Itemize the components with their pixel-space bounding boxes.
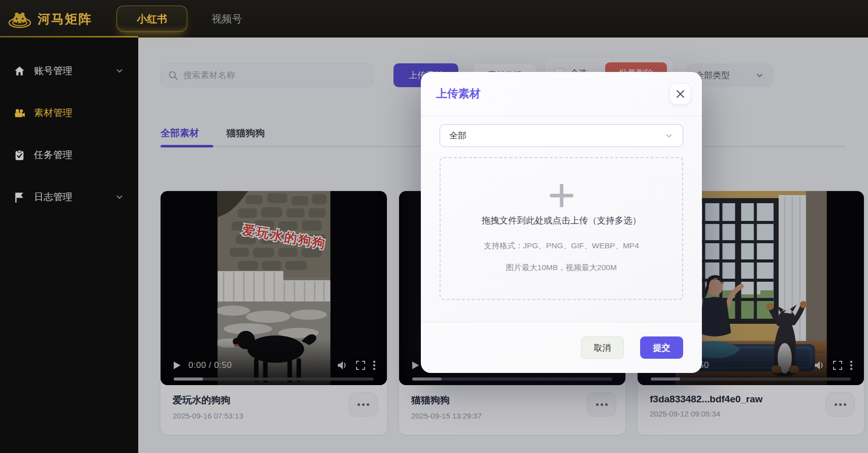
brand: 河马矩阵	[0, 8, 92, 29]
camera-icon	[13, 107, 26, 120]
hippo-logo-icon	[8, 8, 31, 29]
top-tab-shipinhao[interactable]: 视频号	[212, 12, 242, 26]
close-icon	[676, 90, 685, 98]
submit-button[interactable]: 提交	[640, 336, 683, 359]
chevron-down-icon	[664, 131, 674, 140]
dropzone-hint: 拖拽文件到此处或点击上传（支持多选）	[482, 214, 641, 226]
dropzone-formats: 支持格式：JPG、PNG、GIF、WEBP、MP4	[484, 241, 639, 251]
sidebar-item-tasks[interactable]: 任务管理	[0, 143, 138, 167]
modal-footer: 取消 提交	[421, 322, 702, 373]
topbar: 河马矩阵 小红书 视频号	[0, 0, 868, 37]
cancel-button[interactable]: 取消	[581, 336, 624, 359]
home-icon	[13, 65, 26, 78]
clipboard-icon	[13, 149, 26, 162]
flag-icon	[13, 191, 26, 204]
plus-icon	[550, 184, 573, 207]
chevron-down-icon	[115, 193, 124, 202]
upload-modal: 上传素材 全部 拖拽文件到此处或点击上传（支持多选） 支持格式：JPG、PNG、…	[421, 72, 702, 373]
sidebar-item-logs[interactable]: 日志管理	[0, 185, 138, 209]
modal-close-button[interactable]	[669, 83, 691, 104]
top-tab-xiaohongshu[interactable]: 小红书	[116, 6, 187, 32]
category-select[interactable]: 全部	[440, 124, 683, 147]
modal-title: 上传素材	[436, 86, 481, 101]
sidebar-item-accounts[interactable]: 账号管理	[0, 59, 138, 83]
brand-title: 河马矩阵	[37, 11, 92, 27]
dropzone-limits: 图片最大10MB，视频最大200M	[506, 262, 617, 273]
upload-dropzone[interactable]: 拖拽文件到此处或点击上传（支持多选） 支持格式：JPG、PNG、GIF、WEBP…	[440, 157, 683, 300]
modal-header-divider	[421, 116, 702, 116]
sidebar: 账号管理 素材管理 任务管理 日志管理	[0, 37, 138, 453]
sidebar-item-materials[interactable]: 素材管理	[0, 101, 138, 125]
chevron-down-icon	[115, 66, 124, 76]
